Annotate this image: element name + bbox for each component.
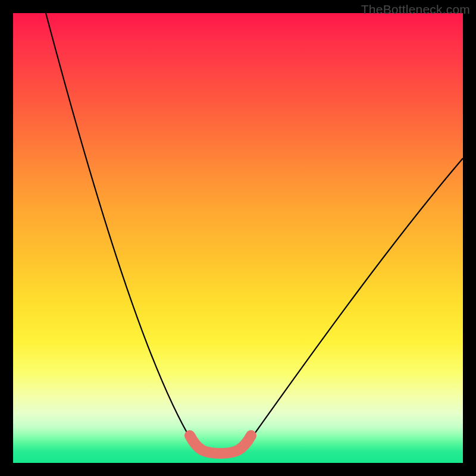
chart-frame — [13, 13, 463, 463]
curve-right-black — [248, 158, 463, 443]
curve-valley-pink — [190, 436, 251, 453]
watermark-text: TheBottleneck.com — [361, 2, 470, 17]
curve-left-black — [46, 13, 193, 443]
chart-curve-svg — [13, 13, 463, 463]
